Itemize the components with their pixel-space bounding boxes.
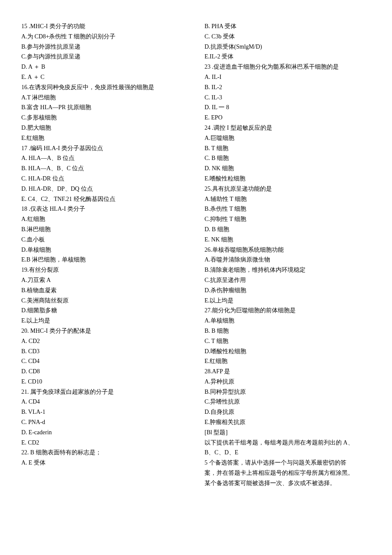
text-line: 26.单核吞噬细胞系统细胞功能 (205, 245, 371, 255)
text-line: E.肿瘤相关抗原 (205, 417, 371, 427)
left-column: 15 .MHC-I 类分子的功能A.为 CD8+杀伤性 T 细胞的识别分子B.参… (21, 21, 187, 488)
text-line: A.刀豆索 A (21, 275, 187, 285)
text-line: 22. B 细胞表面特有的标志是； (21, 447, 187, 458)
text-line: D.细菌脂多糖 (21, 305, 187, 316)
text-line: D.抗原受体(SmlgM/D) (205, 42, 371, 52)
text-line: 16.在诱发同种免疫反应中，免疫原性最强的细胞是 (21, 82, 187, 93)
text-line: B.参与外源性抗原呈递 (21, 42, 187, 52)
right-column: B. PHA 受体C. C3b 受体D.抗原受体(SmlgM/D)E.IL-2 … (205, 21, 371, 488)
text-line: C. PNA-d (21, 417, 187, 427)
text-line: B.杀伤性 T 细胞 (205, 204, 371, 214)
text-line: 17 .编码 HLA-I 类分子基因位点 (21, 143, 187, 154)
text-line: B. CD3 (21, 346, 187, 357)
text-line: D. E-caderin (21, 427, 187, 438)
text-line: C.多形核细胞 (21, 113, 187, 123)
text-line: A.巨噬细胞 (205, 133, 371, 143)
text-line: B.淋巴细胞 (21, 224, 187, 235)
text-line: E.以上均是 (21, 316, 187, 326)
text-line: E.红细胞 (205, 356, 371, 366)
text-line: A. E 受体 (21, 458, 187, 468)
text-line: [Bl 型题] (205, 427, 371, 438)
text-line: E. NK 细胞 (205, 235, 371, 245)
text-line: A. IL-I (205, 72, 371, 82)
text-line: D. IL 一 8 (205, 102, 371, 113)
text-line: 5 个备选答案，请从中选择一个与问题关系最密切的答 (205, 458, 371, 468)
text-line: E. CD10 (21, 377, 187, 387)
text-line: D. B 细胞 (205, 224, 371, 235)
text-line: D.杀伤肿瘤细胞 (205, 285, 371, 296)
text-line: 以下提供若干组考题，每组考题共用在考题前列出的 A、 (205, 438, 371, 448)
text-line: C. C3b 受体 (205, 32, 371, 42)
text-line: D.肥大细胞 (21, 123, 187, 133)
text-line: A. HLA—A、B 位点 (21, 153, 187, 163)
text-line: 18 .仅表达 HLA-I 类分子 (21, 204, 187, 214)
text-line: E. CD2 (21, 438, 187, 448)
two-column-layout: 15 .MHC-I 类分子的功能A.为 CD8+杀伤性 T 细胞的识别分子B.参… (21, 21, 371, 488)
text-line: E. EPO (205, 113, 371, 123)
text-line: B.富含 HLA—PR 抗原细胞 (21, 102, 187, 113)
text-line: 27.能分化为巨噬细胞的前体细胞是 (205, 305, 371, 316)
text-line: 案，并在答题卡上将相应题号的相应字母所属方框涂黑。 (205, 468, 371, 478)
text-line: 23 .促进造血干细胞分化为髓系和淋巴系干细胞的是 (205, 62, 371, 72)
text-line: C.美洲商陆丝裂原 (21, 296, 187, 306)
text-line: D. HLA-DR、DP、DQ 位点 (21, 184, 187, 194)
text-line: E.IL-2 受体 (205, 52, 371, 62)
text-line: A.辅助性 T 细胞 (205, 194, 371, 204)
text-line: A. CD2 (21, 336, 187, 346)
text-line: B. VLA-1 (21, 407, 187, 417)
text-line: 21. 属于免疫球蛋白超家族的分子是 (21, 387, 187, 397)
text-line: D. A ＋ B (21, 62, 187, 72)
text-line: A.红细胞 (21, 214, 187, 224)
text-line: 24 .调控 I 型超敏反应的是 (205, 123, 371, 133)
text-line: A.T 淋巴细胞 (21, 93, 187, 103)
text-line: B、C、D、E (205, 447, 371, 458)
text-line: B.同种异型抗原 (205, 387, 371, 397)
text-line: 15 .MHC-I 类分子的功能 (21, 21, 187, 32)
text-line: A. CD4 (21, 397, 187, 407)
text-line: C.抗原呈递作用 (205, 275, 371, 285)
text-line: A.异种抗原 (205, 377, 371, 387)
text-line: A.吞噬并清除病原微生物 (205, 255, 371, 265)
text-line: B.清除衰老细胞，维持机体内环境稳定 (205, 265, 371, 275)
text-line: 25.具有抗原呈递功能的是 (205, 184, 371, 194)
text-line: E.B 淋巴细胞，单核细胞 (21, 255, 187, 265)
text-line: B.植物血凝素 (21, 285, 187, 296)
text-line: C. IL-3 (205, 93, 371, 103)
text-line: A.为 CD8+杀伤性 T 细胞的识别分子 (21, 32, 187, 42)
text-line: D.自身抗原 (205, 407, 371, 417)
text-line: D.单核细胞 (21, 245, 187, 255)
text-line: D.嗜酸性粒细胞 (205, 346, 371, 357)
text-line: C. B 细胞 (205, 153, 371, 163)
text-line: C.抑制性 T 细胞 (205, 214, 371, 224)
text-line: E. C4、C2、TNF.21 经化酶基因位点 (21, 194, 187, 204)
text-line: B. T 细胞 (205, 143, 371, 154)
text-line: B. PHA 受体 (205, 21, 371, 32)
text-line: 20. MHC-I 类分子的配体是 (21, 326, 187, 336)
text-line: C.参与内源性抗原呈递 (21, 52, 187, 62)
text-line: 某个备选答案可能被选择一次、多次或不被选择。 (205, 478, 371, 488)
text-line: C. CD4 (21, 356, 187, 366)
text-line: C. HLA-DR 位点 (21, 174, 187, 184)
text-line: E.以上均是 (205, 296, 371, 306)
text-line: C.血小板 (21, 235, 187, 245)
text-line: 28.AFP 是 (205, 366, 371, 377)
text-line: C.异嗜性抗原 (205, 397, 371, 407)
text-line: 19.有丝分裂原 (21, 265, 187, 275)
text-line: D. CD8 (21, 366, 187, 377)
text-line: E. A ＋ C (21, 72, 187, 82)
text-line: E.红细胞 (21, 133, 187, 143)
text-line: E.嗜酸性粒细胞 (205, 174, 371, 184)
text-line: C. T 细胞 (205, 336, 371, 346)
text-line: D. NK 细胞 (205, 163, 371, 174)
text-line: B. B 细胞 (205, 326, 371, 336)
text-line: B. HLA—A、B、C 位点 (21, 163, 187, 174)
text-line: A.单核细胞 (205, 316, 371, 326)
text-line: B. IL-2 (205, 82, 371, 93)
